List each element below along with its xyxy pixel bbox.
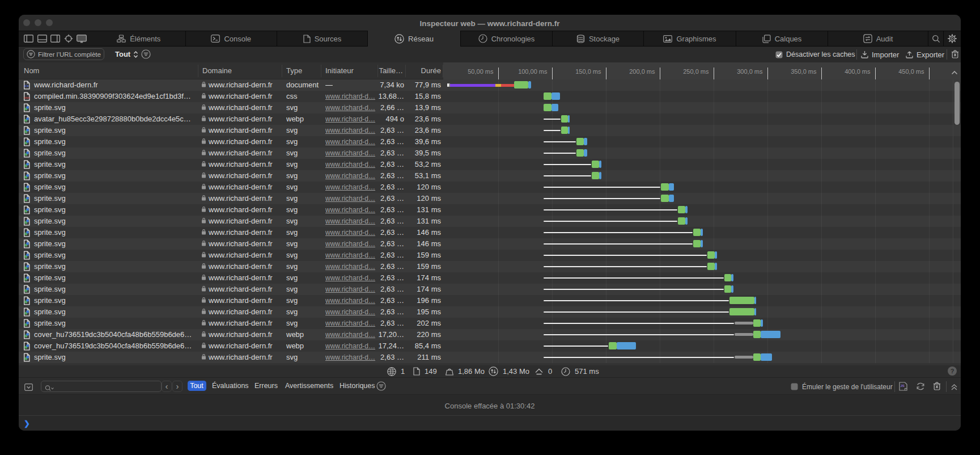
svg-text:<>: <> <box>24 84 29 88</box>
svg-text:css: css <box>24 95 30 99</box>
svg-text:JS: JS <box>901 384 905 387</box>
